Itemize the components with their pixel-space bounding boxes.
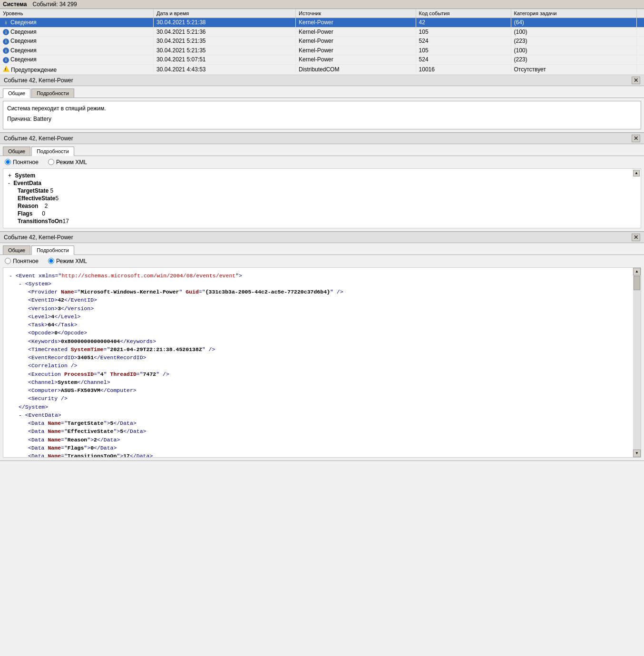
cell-code: 524 <box>416 37 511 46</box>
xml-processid: 4 <box>100 371 104 377</box>
panel3-tab-details[interactable]: Подробности <box>31 245 74 255</box>
panel1-tab-general[interactable]: Общие <box>3 88 30 98</box>
cell-level: iСведения <box>0 18 154 28</box>
cell-datetime: 30.04.2021 5:21:38 <box>154 18 296 28</box>
radio-readable[interactable]: Понятное <box>5 159 39 166</box>
tree-scroll-up[interactable]: ▲ <box>633 170 640 176</box>
xml-task: 64 <box>48 322 54 328</box>
level-text: Предупреждение <box>11 67 57 73</box>
panel3-tab-general[interactable]: Общие <box>3 245 30 255</box>
title-bar: Система Событий: 34 299 <box>0 0 644 9</box>
radio-readable-input[interactable] <box>5 159 11 165</box>
cell-datetime: 30.04.2021 5:21:35 <box>154 46 296 55</box>
tree-effectivestate: EffectiveState5 <box>18 195 631 202</box>
level-text: Сведения <box>10 19 37 26</box>
expand-eventdata[interactable]: - <box>8 180 10 186</box>
xml-computer: ASUS-FX503VM <box>61 387 100 393</box>
table-row[interactable]: !Предупреждение30.04.2021 4:43:53Distrib… <box>0 64 644 74</box>
xml-scroll-thumb[interactable] <box>634 276 640 290</box>
panel1-tab-details[interactable]: Подробности <box>31 88 74 98</box>
xml-line-eventdata-open: - <EventData> <box>19 411 631 419</box>
val-targetstate: 5 <box>50 187 53 194</box>
table-row[interactable]: iСведения30.04.2021 5:07:51Kernel-Power5… <box>0 55 644 65</box>
key-flags: Flags <box>18 210 32 217</box>
xml-line-data-effectivestate: <Data Name="EffectiveState">5</Data> <box>28 427 631 435</box>
cell-datetime: 30.04.2021 4:43:53 <box>154 64 296 74</box>
level-text: Сведения <box>10 29 37 35</box>
tree-eventdata: - EventData <box>8 179 631 187</box>
xml-line-provider: <Provider Name="Microsoft-Windows-Kernel… <box>28 288 631 296</box>
xml-tag-system: - <System> <box>19 281 51 287</box>
panel2-tab-details[interactable]: Подробности <box>31 147 74 156</box>
cell-level: iСведения <box>0 27 154 37</box>
panel2-close[interactable]: ✕ <box>632 135 640 142</box>
cell-datetime: 30.04.2021 5:21:36 <box>154 27 296 37</box>
xml-line-data-targetstate: <Data Name="TargetState">5</Data> <box>28 419 631 427</box>
info-icon: i <box>3 56 10 63</box>
cell-category: (100) <box>511 27 636 37</box>
tree-targetstate: TargetState 5 <box>18 187 631 195</box>
col-level: Уровень <box>0 9 154 18</box>
val-flags: 0 <box>42 210 45 217</box>
event-panel-1: Событие 42, Kernel-Power ✕ Общие Подробн… <box>0 75 644 133</box>
xml-system-block: - <System> <Provider Name="Microsoft-Win… <box>9 280 631 458</box>
col-scroll <box>636 9 644 18</box>
xml-line-system: - <System> <box>19 280 631 288</box>
xml-line-task: <Task>64</Task> <box>28 321 631 329</box>
xml-scroll-up[interactable]: ▲ <box>633 268 641 275</box>
xml-threadid: 7472 <box>143 371 156 377</box>
cell-source: Kernel-Power <box>296 46 416 55</box>
table-row[interactable]: iСведения30.04.2021 5:21:35Kernel-Power1… <box>0 46 644 55</box>
xml-line-data-reason: <Data Name="Reason">2</Data> <box>28 436 631 444</box>
panel2-header: Событие 42, Kernel-Power ✕ <box>0 133 644 144</box>
cell-category: (223) <box>511 55 636 65</box>
radio3-xml[interactable]: Режим XML <box>48 258 87 264</box>
panel3-tabs: Общие Подробности <box>0 243 644 255</box>
xml-tag-event-close: "> <box>235 273 242 279</box>
panel2-radio-group: Понятное Режим XML <box>0 156 644 168</box>
table-row[interactable]: iСведения30.04.2021 5:21:38Kernel-Power4… <box>0 18 644 28</box>
panel3-header: Событие 42, Kernel-Power ✕ <box>0 232 644 243</box>
table-row[interactable]: iСведения30.04.2021 5:21:36Kernel-Power1… <box>0 27 644 37</box>
panel1-tabs: Общие Подробности <box>0 86 644 98</box>
cell-source: Kernel-Power <box>296 37 416 46</box>
xml-scroll-down[interactable]: ▼ <box>633 450 641 457</box>
radio3-readable[interactable]: Понятное <box>5 258 39 264</box>
table-row[interactable]: iСведения30.04.2021 5:21:35Kernel-Power5… <box>0 37 644 46</box>
panel2-tab-general[interactable]: Общие <box>3 147 30 156</box>
tree-flags: Flags 0 <box>18 210 631 217</box>
xml-scroll-track <box>633 275 641 450</box>
tree-eventdata-children: TargetState 5 EffectiveState5 Reason 2 F… <box>8 187 631 225</box>
xml-line-system-close: </System> <box>19 403 631 411</box>
panel3-close[interactable]: ✕ <box>632 234 640 241</box>
radio-xml[interactable]: Режим XML <box>48 159 87 166</box>
xml-keywords: 0x8000000000000404 <box>61 338 120 344</box>
panel1-close[interactable]: ✕ <box>632 77 640 84</box>
expand-system[interactable]: + <box>8 172 11 179</box>
event-table-wrapper: Уровень Дата и время Источник Код событи… <box>0 9 644 75</box>
key-effectivestate: EffectiveState <box>18 195 55 202</box>
xml-line-data-transitions: <Data Name="TransitionsToOn">17</Data> <box>28 452 631 458</box>
radio-xml-input[interactable] <box>48 159 54 165</box>
xml-line-eventid: <EventID>42</EventID> <box>28 296 631 304</box>
radio3-xml-input[interactable] <box>48 258 54 264</box>
cell-category: Отсутствует <box>511 64 636 74</box>
cell-level: iСведения <box>0 55 154 65</box>
xml-eventdata-children: <Data Name="TargetState">5</Data> <Data … <box>19 419 631 458</box>
radio3-readable-input[interactable] <box>5 258 11 264</box>
radio-xml-label: Режим XML <box>56 159 87 166</box>
key-targetstate: TargetState <box>18 187 49 194</box>
event-panel-2: Событие 42, Kernel-Power ✕ Общие Подробн… <box>0 133 644 232</box>
radio3-readable-label: Понятное <box>13 258 39 264</box>
table-header-row: Уровень Дата и время Источник Код событи… <box>0 9 644 18</box>
xml-line-timecreated: <TimeCreated SystemTime="2021-04-29T22:2… <box>28 345 631 353</box>
xml-eventid: 42 <box>58 297 64 303</box>
col-code: Код события <box>416 9 511 18</box>
event-table: Уровень Дата и время Источник Код событи… <box>0 9 644 75</box>
cell-datetime: 30.04.2021 5:21:35 <box>154 37 296 46</box>
cell-code: 42 <box>416 18 511 28</box>
panel1-content: Система переходит в спящий режим. Причин… <box>3 101 641 129</box>
event-panel-3: Событие 42, Kernel-Power ✕ Общие Подробн… <box>0 232 644 461</box>
panel2-title: Событие 42, Kernel-Power <box>4 135 73 142</box>
xml-tag-event: - <Event xmlns=" <box>9 273 61 279</box>
